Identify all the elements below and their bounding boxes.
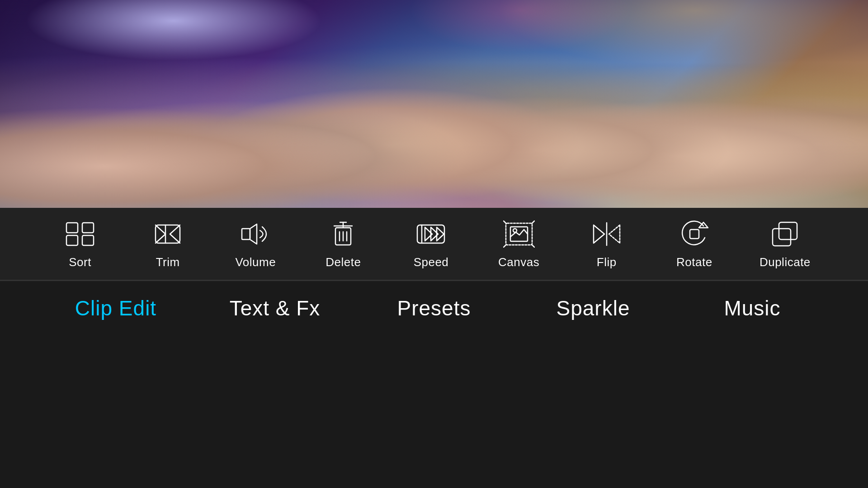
speed-label: Speed [414,255,449,269]
nav-music[interactable]: Music [673,296,832,320]
nav-text-fx[interactable]: Text & Fx [195,296,354,320]
preview-image [0,0,868,208]
duplicate-tool[interactable]: Duplicate [760,218,811,269]
canvas-label: Canvas [498,255,539,269]
rotate-label: Rotate [676,255,712,269]
toolbar: Sort Trim Volume [0,208,868,280]
svg-line-25 [532,245,535,248]
preview-area [0,0,868,208]
speed-tool[interactable]: Speed [408,218,453,269]
svg-rect-1 [82,223,94,233]
bottom-nav: Clip Edit Text & Fx Presets Sparkle Musi… [0,281,868,335]
svg-rect-3 [82,235,94,245]
volume-tool[interactable]: Volume [233,218,278,269]
speed-icon [413,218,449,250]
rotate-icon [676,218,712,250]
trim-tool[interactable]: Trim [145,218,190,269]
rotate-tool[interactable]: Rotate [672,218,717,269]
canvas-icon [501,218,537,250]
svg-rect-2 [66,235,78,245]
duplicate-label: Duplicate [760,255,811,269]
trim-label: Trim [156,255,180,269]
svg-rect-31 [779,222,797,239]
svg-line-22 [503,221,506,223]
svg-marker-28 [609,225,620,243]
svg-rect-30 [690,230,699,239]
volume-icon [237,218,274,250]
duplicate-icon [767,218,803,250]
nav-clip-edit[interactable]: Clip Edit [36,296,195,320]
flip-tool[interactable]: Flip [584,218,629,269]
canvas-tool[interactable]: Canvas [496,218,542,269]
svg-rect-6 [242,229,250,239]
svg-line-23 [532,221,535,223]
nav-sparkle[interactable]: Sparkle [514,296,673,320]
svg-line-24 [503,245,506,248]
volume-label: Volume [235,255,276,269]
flip-icon [589,218,625,250]
nav-presets[interactable]: Presets [354,296,514,320]
trim-icon [150,218,186,250]
delete-icon [325,218,361,250]
delete-tool[interactable]: Delete [321,218,366,269]
svg-point-21 [513,229,517,232]
svg-marker-27 [594,225,604,243]
delete-label: Delete [326,255,361,269]
sort-icon [62,218,98,250]
flip-label: Flip [597,255,617,269]
sort-label: Sort [69,255,91,269]
svg-rect-32 [773,229,791,246]
sort-tool[interactable]: Sort [57,218,103,269]
svg-rect-0 [66,223,78,233]
